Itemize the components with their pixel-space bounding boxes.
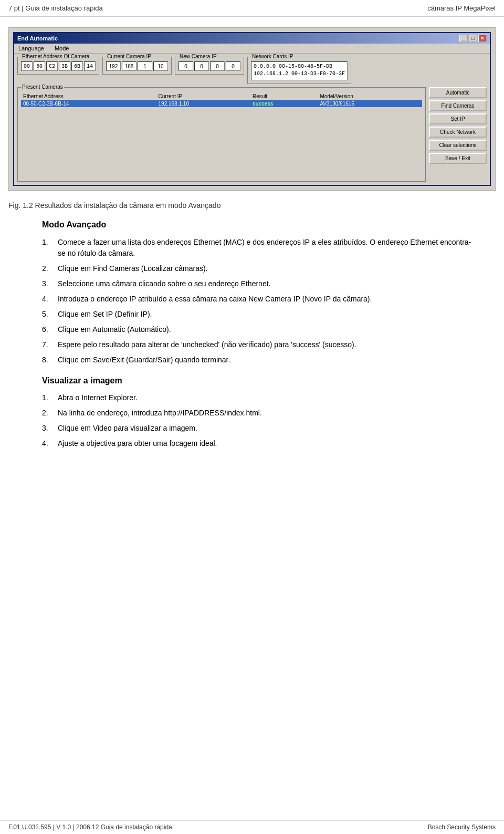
- page-footer: F.01.U.032.595 | V 1.0 | 2006.12 Guia de…: [0, 820, 504, 834]
- list-text: Seleccione uma câmara clicando sobre o s…: [58, 278, 472, 289]
- ethernet-inputs: [21, 61, 96, 71]
- cameras-table-area: Present Cameras Ethernet Address Current…: [17, 87, 426, 182]
- row-result: success: [250, 100, 318, 108]
- list-num: 2.: [42, 263, 52, 274]
- list-num: 1.: [42, 392, 52, 403]
- list-num: 6.: [42, 324, 52, 335]
- header-right: câmaras IP MegaPixel: [427, 4, 496, 12]
- menu-language[interactable]: Language: [16, 45, 46, 52]
- col-current-ip: Current IP: [156, 93, 250, 100]
- fig-caption-text: Fig. 1.2 Resultados da instalação da câm…: [8, 201, 220, 210]
- network-cards-display: 0.0.0.0 00-15-00-46-5F-DB 192.168.1.2 00…: [251, 61, 348, 80]
- new-camera-ip-group: New Camera IP: [175, 57, 244, 75]
- list-num: 3.: [42, 423, 52, 434]
- buttons-panel: Automatic Find Cameras Set IP Check Netw…: [429, 87, 487, 182]
- list-item: 3. Seleccione uma câmara clicando sobre …: [42, 278, 472, 289]
- current-ip-2[interactable]: [138, 61, 152, 71]
- new-ip-2[interactable]: [210, 61, 225, 71]
- new-ip-0[interactable]: [178, 61, 193, 71]
- dialog-title: End Automatic: [17, 35, 58, 41]
- current-ip-inputs: [106, 61, 168, 71]
- col-model: Model/Version: [318, 93, 422, 100]
- close-button[interactable]: ✕: [478, 35, 487, 42]
- current-ip-3[interactable]: [153, 61, 168, 71]
- header-left: 7 pt | Guia de instalação rápida: [8, 4, 103, 12]
- footer-left: F.01.U.032.595 | V 1.0 | 2006.12 Guia de…: [8, 823, 172, 831]
- new-ip-1[interactable]: [194, 61, 209, 71]
- list-text: Na linha de endereço, introduza http://I…: [58, 408, 472, 419]
- list-num: 2.: [42, 408, 52, 419]
- top-fields-row: Ethernet Address Of Camera: [17, 57, 487, 84]
- list-text: Clique em Video para visualizar a imagem…: [58, 423, 472, 434]
- list-num: 1.: [42, 237, 52, 259]
- footer-right: Bosch Security Systems: [428, 823, 496, 831]
- col-result: Result: [250, 93, 318, 100]
- main-content: Modo Avançado 1. Comece a fazer uma list…: [0, 218, 504, 464]
- menu-mode[interactable]: Mode: [52, 45, 71, 52]
- new-ip-3[interactable]: [226, 61, 240, 71]
- win-dialog: End Automatic _ □ ✕ Language Mode: [13, 32, 491, 186]
- list-text: Espere pelo resultado para alterar de 'u…: [58, 339, 472, 350]
- list-item: 4. Ajuste a objectiva para obter uma foc…: [42, 438, 472, 449]
- page-header: 7 pt | Guia de instalação rápida câmaras…: [0, 0, 504, 17]
- list-text: Clique em Set IP (Definir IP).: [58, 309, 472, 320]
- col-ethernet: Ethernet Address: [21, 93, 156, 100]
- list-text: Clique em Find Cameras (Localizar câmara…: [58, 263, 472, 274]
- minimize-button[interactable]: _: [459, 35, 468, 42]
- list-item: 1. Comece a fazer uma lista dos endereço…: [42, 237, 472, 259]
- section-0-list: 1. Comece a fazer uma lista dos endereço…: [42, 237, 472, 366]
- list-num: 5.: [42, 309, 52, 320]
- titlebar-buttons: _ □ ✕: [459, 35, 487, 42]
- check-network-button[interactable]: Check Network: [429, 127, 487, 138]
- new-camera-ip-label: New Camera IP: [178, 54, 218, 59]
- maximize-button[interactable]: □: [469, 35, 477, 42]
- current-ip-0[interactable]: [106, 61, 121, 71]
- network-cards-group: Network Cards IP 0.0.0.0 00-15-00-46-5F-…: [247, 57, 351, 84]
- find-cameras-button[interactable]: Find Cameras: [429, 100, 487, 111]
- row-ip: 192.168.1.10: [156, 100, 250, 108]
- ethernet-group-label: Ethernet Address Of Camera: [21, 54, 90, 59]
- list-item: 8. Clique em Save/Exit (Guardar/Sair) qu…: [42, 355, 472, 366]
- current-ip-1[interactable]: [122, 61, 136, 71]
- list-num: 4.: [42, 438, 52, 449]
- eth-byte-1[interactable]: [34, 61, 45, 71]
- network-cards-label: Network Cards IP: [251, 54, 294, 59]
- list-text: Comece a fazer uma lista dos endereços E…: [58, 237, 472, 259]
- ethernet-group: Ethernet Address Of Camera: [17, 57, 99, 75]
- set-ip-button[interactable]: Set IP: [429, 113, 487, 124]
- network-card-line-1: 192.168.1.2 00-13-D3-F0-70-3F: [254, 70, 345, 78]
- network-card-line-0: 0.0.0.0 00-15-00-46-5F-DB: [254, 63, 345, 70]
- eth-byte-4[interactable]: [71, 61, 83, 71]
- save-exit-button[interactable]: Save / Exit: [429, 153, 487, 164]
- list-item: 6. Clique em Automatic (Automático).: [42, 324, 472, 335]
- eth-byte-5[interactable]: [84, 61, 96, 71]
- list-item: 1. Abra o Internet Explorer.: [42, 392, 472, 403]
- eth-byte-0[interactable]: [21, 61, 33, 71]
- win-titlebar: End Automatic _ □ ✕: [14, 33, 490, 44]
- current-ip-group: Current Camera IP: [102, 57, 172, 75]
- present-cameras-label: Present Cameras: [21, 84, 64, 90]
- list-text: Abra o Internet Explorer.: [58, 392, 472, 403]
- section-title-1: Visualizar a imagem: [42, 374, 472, 388]
- screenshot-area: End Automatic _ □ ✕ Language Mode: [8, 27, 496, 191]
- new-ip-inputs: [178, 61, 240, 71]
- list-item: 5. Clique em Set IP (Definir IP).: [42, 309, 472, 320]
- list-item: 3. Clique em Video para visualizar a ima…: [42, 423, 472, 434]
- list-num: 3.: [42, 278, 52, 289]
- list-text: Ajuste a objectiva para obter uma focage…: [58, 438, 472, 449]
- fig-caption: Fig. 1.2 Resultados da instalação da câm…: [8, 201, 496, 210]
- eth-byte-2[interactable]: [46, 61, 58, 71]
- list-num: 4.: [42, 294, 52, 305]
- automatic-button[interactable]: Automatic: [429, 87, 487, 98]
- eth-byte-3[interactable]: [59, 61, 70, 71]
- list-item: 4. Introduza o endereço IP atribuído a e…: [42, 294, 472, 305]
- list-item: 7. Espere pelo resultado para alterar de…: [42, 339, 472, 350]
- win-menubar: Language Mode: [14, 44, 490, 54]
- current-ip-label: Current Camera IP: [106, 54, 152, 59]
- list-item: 2. Na linha de endereço, introduza http:…: [42, 408, 472, 419]
- list-text: Clique em Save/Exit (Guardar/Sair) quand…: [58, 355, 472, 366]
- clear-selections-button[interactable]: Clear selections: [429, 140, 487, 151]
- row-model: AV3130/61615: [318, 100, 422, 108]
- table-row[interactable]: 00-50-C2-3B-6B-14 192.168.1.10 success A…: [21, 100, 422, 108]
- list-text: Clique em Automatic (Automático).: [58, 324, 472, 335]
